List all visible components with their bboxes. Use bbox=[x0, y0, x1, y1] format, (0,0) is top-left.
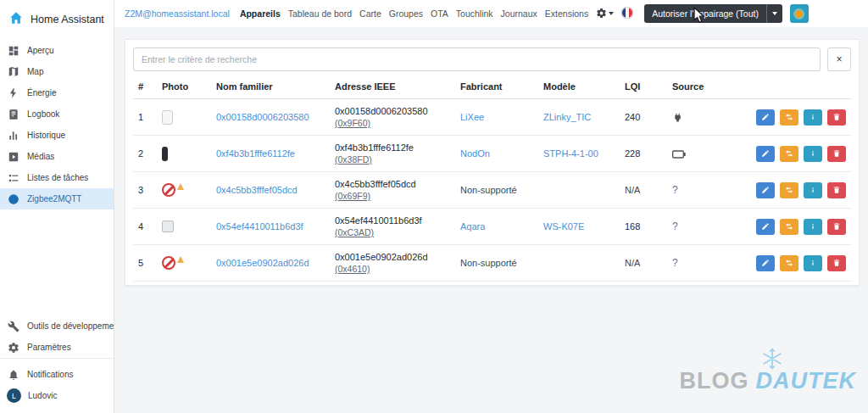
col-header-fabricant: Fabricant bbox=[455, 75, 538, 99]
search-input[interactable] bbox=[133, 47, 821, 71]
reconfigure-device-button[interactable] bbox=[780, 255, 798, 271]
edit-device-button[interactable] bbox=[756, 255, 775, 271]
trash-icon bbox=[832, 257, 841, 270]
sidebar-item-label: Outils de développement bbox=[27, 321, 114, 331]
nav-item-touchlink[interactable]: Touchlink bbox=[456, 8, 493, 19]
pencil-icon bbox=[761, 184, 770, 197]
chevron-down-icon bbox=[772, 12, 777, 15]
sidebar-item-logbook[interactable]: Logbook bbox=[0, 103, 114, 125]
ieee-address: 0x00158d0006203580 bbox=[335, 106, 428, 116]
reconfigure-device-button[interactable] bbox=[780, 109, 798, 126]
device-name-link[interactable]: 0xf4b3b1fffe6112fe bbox=[216, 148, 295, 159]
permit-join-dropdown-button[interactable] bbox=[766, 4, 782, 23]
device-name-link[interactable]: 0x001e5e0902ad026d bbox=[216, 258, 309, 268]
permit-join-button-group: Autoriser l'appairage (Tout) bbox=[644, 4, 782, 23]
settings-dropdown[interactable] bbox=[596, 8, 614, 20]
app-window: Home Assistant Aperçu Map Énergie Logboo… bbox=[0, 0, 868, 413]
home-assistant-logo-icon bbox=[8, 10, 24, 28]
sidebar-item-energie[interactable]: Énergie bbox=[0, 82, 114, 103]
blog-dautek-watermark: BLOG DAUTEK bbox=[680, 356, 857, 394]
col-header-lqi: LQI bbox=[620, 75, 667, 99]
device-name-link[interactable]: 0x54ef4410011b6d3f bbox=[216, 221, 303, 232]
nav-item-journaux[interactable]: Journaux bbox=[501, 8, 537, 19]
sidebar-item-label: Paramètres bbox=[27, 343, 71, 352]
remove-device-button[interactable] bbox=[827, 219, 846, 235]
fabricant-link[interactable]: LiXee bbox=[460, 112, 484, 122]
fabricant-link[interactable]: Aqara bbox=[460, 221, 485, 232]
unknown-source-icon: ? bbox=[672, 185, 678, 195]
clear-search-button[interactable]: × bbox=[827, 47, 851, 71]
reconfigure-device-button[interactable] bbox=[780, 146, 798, 162]
unsupported-device-icon bbox=[162, 183, 175, 197]
gear-icon bbox=[7, 342, 20, 354]
edit-device-button[interactable] bbox=[756, 109, 775, 126]
sidebar-item-historique[interactable]: Historique bbox=[0, 125, 114, 146]
ieee-address: 0x54ef4410011b6d3f bbox=[335, 215, 422, 226]
device-row: 2 0xf4b3b1fffe6112fe 0xf4b3b1fffe6112fe … bbox=[133, 136, 851, 172]
edit-device-button[interactable] bbox=[756, 182, 775, 198]
network-address: (0x38FD) bbox=[335, 154, 372, 165]
remove-device-button[interactable] bbox=[827, 255, 846, 271]
user-name: Ludovic bbox=[28, 391, 57, 400]
sidebar-item-label: Médias bbox=[27, 152, 54, 161]
language-flag-icon[interactable] bbox=[621, 7, 633, 20]
nav-item-tableau-de-bord[interactable]: Tableau de bord bbox=[288, 8, 352, 19]
modele-link[interactable]: ZLinky_TIC bbox=[543, 112, 591, 122]
edit-device-button[interactable] bbox=[756, 146, 775, 162]
nav-item-groupes[interactable]: Groupes bbox=[389, 8, 423, 19]
device-info-button[interactable] bbox=[804, 219, 822, 235]
device-info-button[interactable] bbox=[804, 255, 822, 271]
lqi-value: 240 bbox=[620, 99, 667, 136]
device-name-link[interactable]: 0x00158d0006203580 bbox=[216, 112, 309, 122]
swap-arrows-icon bbox=[785, 257, 793, 270]
permit-join-button[interactable]: Autoriser l'appairage (Tout) bbox=[644, 4, 766, 23]
theme-toggle-button[interactable] bbox=[790, 4, 809, 23]
reconfigure-device-button[interactable] bbox=[780, 219, 798, 235]
device-info-button[interactable] bbox=[804, 109, 822, 126]
sidebar-item-notifications[interactable]: Notifications bbox=[0, 364, 114, 385]
modele-link[interactable]: STPH-4-1-00 bbox=[543, 148, 598, 159]
edit-device-button[interactable] bbox=[756, 219, 775, 235]
info-icon bbox=[809, 184, 817, 197]
sidebar-item-user[interactable]: L Ludovic bbox=[0, 385, 114, 406]
sidebar-item-label: Logbook bbox=[27, 109, 59, 119]
sidebar-item-label: Map bbox=[27, 67, 43, 76]
sidebar-header: Home Assistant bbox=[0, 0, 114, 40]
reconfigure-device-button[interactable] bbox=[780, 182, 798, 198]
nav-item-ota[interactable]: OTA bbox=[431, 8, 448, 19]
sidebar-item-apercu[interactable]: Aperçu bbox=[0, 40, 114, 61]
sidebar-item-outils-de-developpement[interactable]: Outils de développement bbox=[0, 315, 114, 337]
sidebar-item-listes-de-taches[interactable]: Listes de tâches bbox=[0, 167, 114, 188]
swap-arrows-icon bbox=[785, 111, 793, 124]
z2m-brand-link[interactable]: Z2M@homeassistant.local bbox=[125, 8, 230, 19]
remove-device-button[interactable] bbox=[827, 109, 846, 126]
nav-item-carte[interactable]: Carte bbox=[359, 8, 381, 19]
info-icon bbox=[809, 257, 817, 270]
remove-device-button[interactable] bbox=[827, 182, 846, 198]
modele-link[interactable]: WS-K07E bbox=[543, 221, 584, 232]
sidebar-footer: Notifications L Ludovic bbox=[0, 358, 114, 413]
device-row: 4 0x54ef4410011b6d3f 0x54ef4410011b6d3f … bbox=[133, 209, 851, 245]
remove-device-button[interactable] bbox=[827, 146, 846, 162]
sidebar-item-parametres[interactable]: Paramètres bbox=[0, 337, 114, 358]
nav-item-extensions[interactable]: Extensions bbox=[545, 8, 588, 19]
pencil-icon bbox=[761, 220, 770, 233]
col-header-source: Source bbox=[667, 75, 733, 99]
ieee-address: 0xf4b3b1fffe6112fe bbox=[335, 142, 414, 153]
device-info-button[interactable] bbox=[804, 182, 822, 198]
sidebar-item-label: Historique bbox=[27, 131, 65, 140]
sidebar-item-map[interactable]: Map bbox=[0, 61, 114, 82]
col-header-photo: Photo bbox=[157, 75, 211, 99]
trash-icon bbox=[832, 111, 841, 124]
device-photo bbox=[162, 220, 174, 232]
device-info-button[interactable] bbox=[804, 146, 822, 162]
sidebar-item-zigbee2mqtt[interactable]: Zigbee2MQTT bbox=[0, 188, 114, 209]
fabricant-link[interactable]: NodOn bbox=[460, 148, 490, 159]
device-name-link[interactable]: 0x4c5bb3fffef05dcd bbox=[216, 185, 298, 195]
sidebar-item-medias[interactable]: Médias bbox=[0, 146, 114, 167]
device-row: 1 0x00158d0006203580 0x00158d0006203580 … bbox=[133, 99, 851, 136]
device-row: 3 0x4c5bb3fffef05dcd 0x4c5bb3fffef05dcd … bbox=[133, 172, 851, 209]
col-header-actions bbox=[733, 75, 851, 99]
nav-item-appareils[interactable]: Appareils bbox=[240, 8, 281, 19]
row-number: 2 bbox=[133, 136, 157, 172]
